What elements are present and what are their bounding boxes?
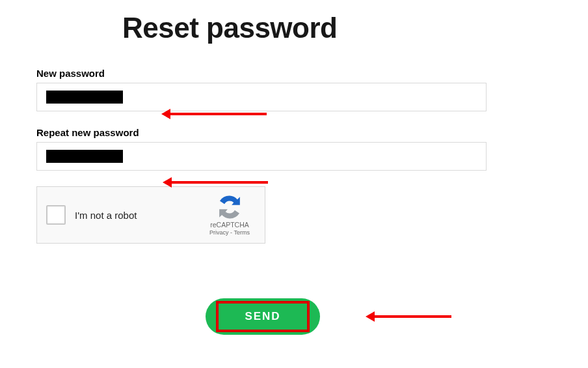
repeat-password-redacted — [46, 150, 123, 163]
annotation-arrow-repeat-password — [170, 181, 268, 184]
annotation-arrow-new-password — [169, 113, 267, 115]
repeat-password-label: Repeat new password — [36, 127, 552, 138]
recaptcha-terms-link[interactable]: Terms — [234, 229, 250, 236]
send-button-label: SEND — [245, 310, 280, 323]
recaptcha-checkbox[interactable] — [46, 205, 66, 225]
annotation-arrow-send — [373, 315, 451, 318]
new-password-input[interactable] — [36, 83, 487, 111]
new-password-redacted — [46, 91, 123, 104]
recaptcha-links: Privacy - Terms — [209, 229, 250, 236]
recaptcha-label: I'm not a robot — [75, 210, 204, 221]
page-title: Reset password — [122, 12, 552, 44]
recaptcha-badge: reCAPTCHA Privacy - Terms — [204, 195, 256, 236]
recaptcha-widget: I'm not a robot reCAPTCHA Privacy - Term… — [36, 186, 265, 244]
recaptcha-logo-icon — [217, 195, 242, 219]
send-button[interactable]: SEND — [206, 298, 320, 335]
new-password-label: New password — [36, 68, 552, 79]
recaptcha-privacy-link[interactable]: Privacy — [209, 229, 229, 236]
new-password-group: New password — [36, 68, 552, 111]
repeat-password-input[interactable] — [36, 142, 487, 171]
recaptcha-badge-text: reCAPTCHA — [210, 221, 249, 229]
repeat-password-group: Repeat new password — [36, 127, 552, 171]
